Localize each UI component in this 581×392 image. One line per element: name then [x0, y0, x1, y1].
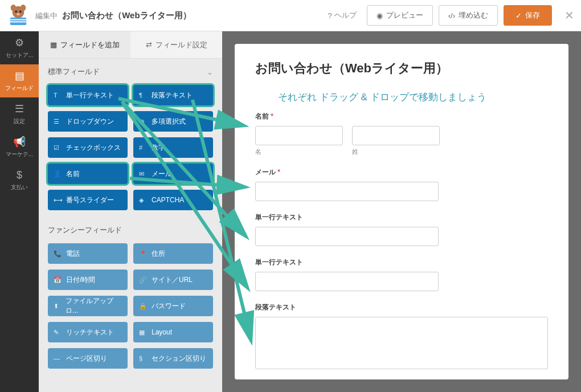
field-button[interactable]: 📅日付/時間	[48, 270, 128, 290]
field-single-line-2[interactable]: 単一行テキスト	[255, 258, 548, 291]
field-button[interactable]: ☰ドロップダウン	[48, 111, 128, 132]
svg-rect-7	[10, 19, 27, 21]
settings-icon: ⇄	[146, 40, 152, 49]
single-line-label-2: 単一行テキスト	[255, 258, 548, 267]
field-button[interactable]: 👤名前	[48, 164, 128, 184]
email-input[interactable]	[255, 182, 439, 201]
field-type-icon: ⟷	[54, 197, 62, 204]
field-name[interactable]: 名前 * 名 姓	[255, 112, 548, 156]
svg-rect-8	[10, 21, 27, 22]
field-button[interactable]: —ページ区切り	[48, 348, 128, 369]
field-type-icon: 📅	[54, 276, 62, 284]
field-email[interactable]: メール *	[255, 168, 548, 201]
last-name-sublabel: 姓	[352, 148, 440, 156]
svg-point-2	[21, 5, 26, 11]
field-type-icon: ☰	[54, 118, 62, 125]
embed-button[interactable]: ‹/› 埋め込む	[439, 5, 498, 26]
sliders-icon: ☰	[15, 103, 24, 115]
field-type-icon: #	[139, 144, 147, 151]
field-button[interactable]: ⟷番号スライダー	[48, 190, 128, 210]
field-button[interactable]: ◉多項選択式	[133, 111, 213, 132]
preview-form-title: お問い合わせ（Webライター用）	[255, 60, 548, 77]
first-name-input[interactable]	[255, 126, 343, 145]
field-type-icon: 🔒	[139, 303, 147, 310]
section-standard[interactable]: 標準フィールド ⌄	[39, 59, 222, 85]
tab-add-field[interactable]: ▦ フィールドを追加	[39, 31, 130, 58]
field-button[interactable]: ✉メール	[133, 164, 213, 184]
svg-point-5	[17, 13, 20, 15]
svg-point-1	[11, 5, 17, 11]
form-name: お問い合わせ（Webライター用）	[62, 10, 191, 20]
field-button[interactable]: 📍住所	[133, 243, 213, 264]
chevron-down-icon: ⌄	[207, 226, 213, 235]
field-paragraph[interactable]: 段落テキスト	[255, 303, 548, 369]
single-line-input-1[interactable]	[255, 227, 439, 246]
gear-icon: ⚙	[15, 36, 24, 49]
fancy-fields-grid: 📞電話📍住所📅日付/時間🔗サイト／URL⬆ファイルアップロ...🔒パスワード✎リ…	[39, 243, 222, 375]
field-button[interactable]: #数字	[133, 137, 213, 158]
check-icon: ✓	[515, 11, 522, 20]
field-type-icon: 🔗	[139, 276, 147, 284]
save-button[interactable]: ✓ 保存	[504, 5, 552, 26]
field-type-icon: —	[54, 355, 62, 362]
app-logo	[7, 4, 30, 27]
tab-field-settings[interactable]: ⇄ フィールド設定	[130, 31, 222, 58]
form-icon: ▤	[15, 70, 24, 82]
nav-settings[interactable]: ☰ 設定	[0, 97, 39, 130]
field-type-icon: ⬆	[54, 303, 61, 310]
code-icon: ‹/›	[448, 11, 455, 20]
email-label: メール *	[255, 168, 548, 177]
eye-icon: ◉	[377, 11, 383, 20]
field-type-icon: ◈	[139, 197, 147, 204]
single-line-label-1: 単一行テキスト	[255, 213, 548, 222]
paragraph-textarea[interactable]	[255, 317, 548, 369]
form-title-header: 編集中 お問い合わせ（Webライター用）	[35, 10, 191, 21]
field-type-icon: 📞	[54, 250, 62, 258]
first-name-sublabel: 名	[255, 148, 343, 156]
field-button[interactable]: ▦Layout	[133, 322, 213, 342]
app-header: 編集中 お問い合わせ（Webライター用） ? ヘルプ ◉ プレビュー ‹/› 埋…	[0, 0, 581, 31]
field-button[interactable]: ☑チェックボックス	[48, 137, 128, 158]
last-name-input[interactable]	[352, 126, 440, 145]
list-icon: ▦	[50, 40, 57, 49]
field-single-line-1[interactable]: 単一行テキスト	[255, 213, 548, 246]
section-fancy[interactable]: ファンシーフィールド ⌄	[39, 217, 222, 243]
nav-fields[interactable]: ▤ フィールド	[0, 64, 39, 97]
chevron-down-icon: ⌄	[207, 68, 213, 76]
name-label: 名前 *	[255, 112, 548, 121]
nav-marketing[interactable]: 📢 マーケテ...	[0, 130, 39, 164]
field-button[interactable]: §セクション区切り	[133, 348, 213, 369]
nav-payment[interactable]: $ 支払い	[0, 164, 39, 197]
field-type-icon: ✎	[54, 329, 62, 336]
field-type-icon: §	[139, 355, 147, 362]
editing-label: 編集中	[35, 11, 58, 20]
nav-setup[interactable]: ⚙ セットア...	[0, 31, 39, 64]
svg-point-4	[19, 10, 22, 13]
dollar-icon: $	[17, 169, 22, 181]
drag-drop-annotation: それぞれ ドラッグ & ドロップで移動しましょう	[255, 91, 548, 104]
field-button[interactable]: 📞電話	[48, 243, 128, 264]
field-type-icon: T	[54, 92, 62, 99]
field-button[interactable]: 🔒パスワード	[133, 296, 213, 316]
svg-rect-6	[10, 18, 27, 25]
field-button[interactable]: 🔗サイト／URL	[133, 270, 213, 290]
field-type-icon: ▦	[139, 329, 147, 336]
field-type-icon: 👤	[54, 170, 62, 178]
paragraph-label: 段落テキスト	[255, 303, 548, 312]
field-type-icon: 📍	[139, 250, 147, 258]
close-button[interactable]: ✕	[564, 9, 574, 22]
preview-button[interactable]: ◉ プレビュー	[367, 5, 433, 26]
svg-point-3	[15, 10, 17, 13]
field-type-icon: ¶	[139, 92, 147, 99]
sidebar-nav: ⚙ セットア... ▤ フィールド ☰ 設定 📢 マーケテ... $ 支払い	[0, 31, 39, 392]
single-line-input-2[interactable]	[255, 272, 439, 291]
field-button[interactable]: ¶段落テキスト	[133, 85, 213, 105]
field-type-icon: ◉	[139, 118, 147, 125]
field-button[interactable]: ◈CAPTCHA	[133, 190, 213, 210]
standard-fields-grid: T単一行テキスト¶段落テキスト☰ドロップダウン◉多項選択式☑チェックボックス#数…	[39, 85, 222, 217]
panel-tabs: ▦ フィールドを追加 ⇄ フィールド設定	[39, 31, 222, 59]
field-button[interactable]: ✎リッチテキスト	[48, 322, 128, 342]
field-button[interactable]: ⬆ファイルアップロ...	[48, 296, 128, 316]
field-button[interactable]: T単一行テキスト	[48, 85, 128, 105]
help-link[interactable]: ? ヘルプ	[328, 10, 356, 21]
